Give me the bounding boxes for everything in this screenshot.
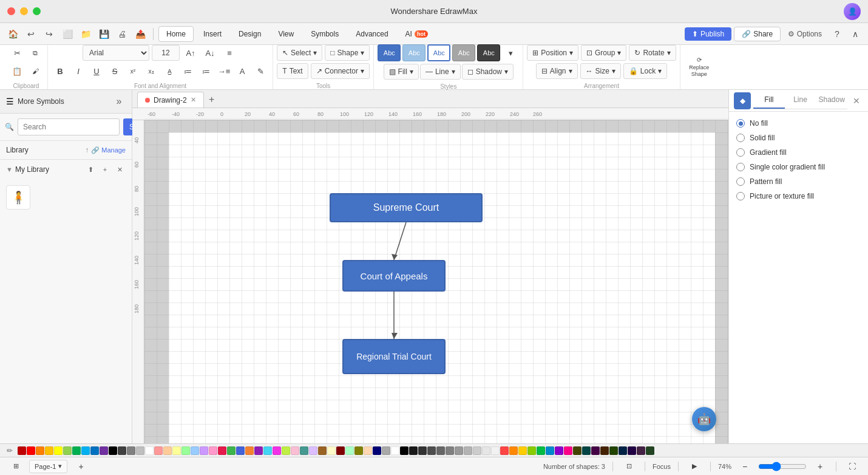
color-swatch[interactable] — [254, 446, 263, 455]
color-swatch[interactable] — [109, 446, 117, 455]
text-tool-btn[interactable]: T Text — [277, 63, 308, 79]
format-painter-btn[interactable]: 🖌 — [27, 63, 44, 79]
bullet-list-btn[interactable]: ≔ — [179, 63, 196, 79]
color-swatch[interactable] — [236, 446, 245, 455]
color-swatch[interactable] — [27, 446, 35, 455]
fill-icon-btn[interactable]: ◆ — [734, 92, 751, 109]
color-swatch[interactable] — [628, 446, 636, 455]
undo-btn[interactable]: ↩ — [23, 26, 39, 42]
menu-home[interactable]: Home — [158, 26, 194, 42]
search-input[interactable] — [18, 118, 120, 135]
color-swatch[interactable] — [537, 446, 545, 455]
color-swatch[interactable] — [482, 446, 490, 455]
style-swatch-5[interactable]: Abc — [477, 44, 500, 61]
color-swatch[interactable] — [527, 446, 536, 455]
home-icon[interactable]: 🏠 — [5, 26, 21, 42]
color-swatch[interactable] — [619, 446, 627, 455]
color-swatch[interactable] — [400, 446, 409, 455]
expand-btn[interactable]: ∧ — [847, 26, 863, 42]
close-library-btn[interactable]: ✕ — [114, 163, 126, 176]
fill-option-solid[interactable]: Solid fill — [736, 134, 861, 142]
expand-view-btn[interactable]: ⛶ — [844, 459, 861, 474]
zoom-slider[interactable] — [758, 462, 807, 471]
color-swatch[interactable] — [637, 446, 645, 455]
color-swatch[interactable] — [291, 446, 299, 455]
position-btn[interactable]: ⊞ Position ▾ — [527, 45, 578, 61]
color-swatch[interactable] — [609, 446, 618, 455]
redo-btn[interactable]: ↪ — [41, 26, 57, 42]
menu-insert[interactable]: Insert — [196, 26, 229, 42]
color-swatch[interactable] — [118, 446, 126, 455]
export-library-btn[interactable]: ⬆ — [84, 163, 97, 176]
italic-btn[interactable]: I — [70, 63, 87, 79]
copy-btn[interactable]: ⧉ — [27, 45, 44, 61]
menu-design[interactable]: Design — [231, 26, 268, 42]
menu-ai[interactable]: AI hot — [398, 26, 435, 42]
color-swatch[interactable] — [100, 446, 108, 455]
ai-assistant-btn[interactable]: 🤖 — [692, 407, 716, 431]
color-swatch[interactable] — [518, 446, 527, 455]
color-swatch[interactable] — [327, 446, 336, 455]
color-swatch[interactable] — [409, 446, 418, 455]
color-swatch[interactable] — [446, 446, 454, 455]
lock-btn[interactable]: 🔒 Lock ▾ — [623, 63, 667, 79]
color-swatch[interactable] — [145, 446, 154, 455]
help-btn[interactable]: ? — [829, 26, 845, 42]
color-swatch[interactable] — [646, 446, 654, 455]
font-family-select[interactable]: Arial — [83, 45, 149, 61]
menu-symbols[interactable]: Symbols — [303, 26, 346, 42]
color-swatch[interactable] — [18, 446, 26, 455]
rotate-btn[interactable]: ↻ Rotate ▾ — [629, 45, 676, 61]
maximize-window-btn[interactable] — [33, 7, 41, 15]
fit-view-btn[interactable]: ⊡ — [620, 459, 637, 474]
color-swatch[interactable] — [300, 446, 308, 455]
shadow-btn[interactable]: ◻ Shadow ▾ — [462, 64, 514, 80]
tab-fill[interactable]: Fill — [753, 92, 785, 109]
color-swatch[interactable] — [382, 446, 390, 455]
subscript-btn[interactable]: x₂ — [143, 63, 160, 79]
color-swatch[interactable] — [436, 446, 445, 455]
open-file-btn[interactable]: 📁 — [78, 26, 93, 42]
drawing-tab[interactable]: Drawing-2 ✕ — [137, 92, 204, 108]
cut-btn[interactable]: ✂ — [8, 45, 25, 61]
close-panel-btn[interactable]: ✕ — [850, 94, 863, 108]
more-styles-btn[interactable]: ▾ — [502, 45, 519, 61]
style-swatch-1[interactable]: Abc — [378, 44, 401, 61]
replace-shape-btn[interactable]: ⟳ Replace Shape — [684, 54, 714, 81]
court-of-appeals-shape[interactable]: Court of Appeals — [342, 260, 446, 292]
color-swatch[interactable] — [591, 446, 600, 455]
page-tab[interactable]: Page-1 ▾ — [29, 460, 67, 473]
new-tab-btn[interactable]: ⬜ — [59, 26, 75, 42]
color-swatch[interactable] — [555, 446, 563, 455]
color-swatch[interactable] — [191, 446, 199, 455]
color-swatch[interactable] — [54, 446, 63, 455]
color-swatch[interactable] — [45, 446, 53, 455]
options-button[interactable]: ⚙ Options — [783, 27, 827, 41]
canvas-content[interactable]: Supreme Court Court of Appeals Regional … — [169, 132, 715, 443]
color-swatch[interactable] — [573, 446, 581, 455]
color-swatch[interactable] — [391, 446, 399, 455]
tab-shadow[interactable]: Shadow — [816, 92, 847, 109]
add-library-btn[interactable]: + — [99, 163, 111, 176]
export-btn[interactable]: 📤 — [132, 26, 148, 42]
color-swatch[interactable] — [36, 446, 44, 455]
user-avatar[interactable]: 👤 — [844, 3, 861, 20]
view-toggle-btn[interactable]: ⊞ — [7, 459, 24, 474]
group-btn[interactable]: ⊡ Group ▾ — [581, 45, 626, 61]
highlight-btn[interactable]: ✎ — [252, 63, 269, 79]
zoom-out-btn[interactable]: − — [736, 459, 753, 474]
sidebar-arrow-btn[interactable]: » — [112, 95, 126, 108]
color-swatch[interactable] — [263, 446, 272, 455]
palette-pencil-icon[interactable]: ✏ — [5, 446, 15, 456]
numbered-list-btn[interactable]: ≔ — [197, 63, 214, 79]
paste-btn[interactable]: 📋 — [8, 63, 25, 79]
indent-btn[interactable]: →≡ — [215, 63, 232, 79]
menu-view[interactable]: View — [271, 26, 301, 42]
fill-option-no-fill[interactable]: No fill — [736, 119, 861, 128]
color-swatch[interactable] — [509, 446, 518, 455]
strikethrough-btn[interactable]: S — [106, 63, 123, 79]
close-window-btn[interactable] — [7, 7, 15, 15]
bold-btn[interactable]: B — [52, 63, 69, 79]
color-swatch[interactable] — [200, 446, 208, 455]
fill-option-gradient[interactable]: Gradient fill — [736, 148, 861, 157]
